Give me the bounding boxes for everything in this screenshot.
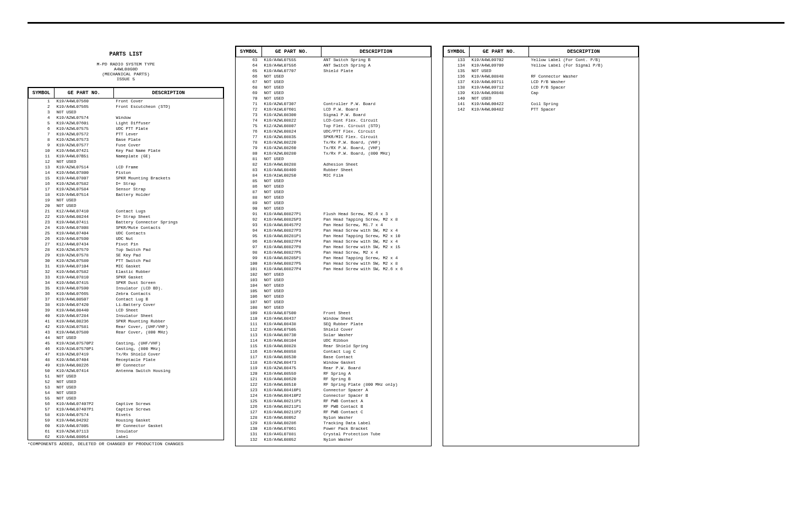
- table-row: 86NOT USED: [236, 184, 431, 189]
- cell-symbol: 46: [29, 346, 55, 352]
- table-row: 55NOT USED: [29, 396, 224, 401]
- cell-part: K19/A4WL08410P1: [262, 387, 321, 393]
- cell-desc: Connector Spacer B: [321, 393, 431, 398]
- cell-desc: Zebra Contacts: [114, 291, 224, 297]
- table-row: 26K19/A4WL07590UDC Nut: [29, 236, 224, 242]
- cell-symbol: 45: [29, 341, 55, 346]
- cell-desc: [321, 195, 431, 200]
- cell-symbol: 77: [236, 134, 262, 140]
- cell-part: K19/A4WL07800: [55, 170, 114, 176]
- table-row: 54NOT USED: [29, 390, 224, 396]
- cell-part: K19/A4WL09848: [470, 90, 529, 96]
- cell-desc: [321, 305, 431, 310]
- table-row: 135NOT USED: [444, 68, 639, 74]
- table-row: 51NOT USED: [29, 374, 224, 379]
- cell-desc: LCD Frame: [114, 165, 224, 170]
- cell-desc: [114, 198, 224, 203]
- table-row: 64K19/A4WL07556ANT Switch Spring A: [236, 63, 431, 68]
- cell-part: K19/A2WL08260: [262, 145, 321, 151]
- subtitle-3: (MECHANICAL PARTS): [33, 72, 219, 76]
- table-row: 117K19/A4WL08530Base Contact: [236, 354, 431, 360]
- table-row: 140NOT USED: [444, 96, 639, 101]
- cell-symbol: 112: [236, 327, 262, 332]
- cell-desc: [529, 96, 639, 101]
- cell-part: K19/A4WL07407P1: [55, 407, 114, 412]
- cell-part: K19/A4WL07565: [55, 104, 114, 110]
- cell-part: K19/A4WL08409: [262, 167, 321, 173]
- cell-part: K19/A4WL08510: [262, 382, 321, 387]
- table-row: 118K19/A2WL08473Window Gasket: [236, 360, 431, 365]
- cell-symbol: 72: [236, 107, 262, 112]
- table-row: 43K19/A4WL07580Rear Cover, (800 MHz): [29, 330, 224, 335]
- cell-desc: Nylon Washer: [321, 415, 431, 420]
- cell-desc: [529, 68, 639, 74]
- cell-symbol: 111: [236, 321, 262, 327]
- table-row: 5K19/A2WL07601Light Diffuser: [29, 121, 224, 126]
- cell-symbol: 49: [29, 363, 55, 368]
- table-row: 91K19/A4WL08827P1Flush Head Screw, M2.6 …: [236, 211, 431, 217]
- cell-part: K19/A2WL08822: [262, 118, 321, 123]
- cell-part: NOT USED: [262, 184, 321, 189]
- cell-desc: Tx/Rx Shield Cover: [114, 352, 224, 357]
- cell-symbol: 121: [236, 376, 262, 382]
- cell-desc: SPKR Mounting Rubber: [114, 319, 224, 324]
- cell-desc: Nameplate (GE): [114, 154, 224, 159]
- table-row: 88NOT USED: [236, 195, 431, 200]
- table-row: 23K19/A4WL07411Battery Connector Springs: [29, 220, 224, 225]
- cell-desc: [321, 178, 431, 184]
- cell-symbol: 18: [29, 192, 55, 198]
- cell-desc: [321, 96, 431, 101]
- cell-part: NOT USED: [55, 203, 114, 209]
- table-row: 111K19/A4WL08438SEQ Rubber Plate: [236, 321, 431, 327]
- table-row: 95K19/A4WL08281P1Pan Head Tapping Screw,…: [236, 233, 431, 239]
- cell-desc: RF Spring A: [321, 371, 431, 376]
- cell-symbol: 120: [236, 371, 262, 376]
- table-row: 16K19/A2WL07582D+ Strap: [29, 181, 224, 187]
- cell-part: NOT USED: [55, 159, 114, 165]
- cell-symbol: 114: [236, 338, 262, 343]
- footnote: *COMPONENTS ADDED, DELETED OR CHANGED BY…: [28, 441, 224, 446]
- table-row: 99K19/A4WL08285P1Pan Head Tapping Screw,…: [236, 255, 431, 261]
- cell-symbol: 55: [29, 396, 55, 401]
- cell-symbol: 29: [29, 253, 55, 258]
- cell-part: K19/A2WL08473: [262, 360, 321, 365]
- header-symbol: SYMBOL: [236, 47, 262, 57]
- cell-symbol: 36: [29, 291, 55, 297]
- cell-desc: Piston: [114, 170, 224, 176]
- cell-symbol: 126: [236, 404, 262, 409]
- cell-part: K12/A4WL07410: [55, 209, 114, 214]
- cell-part: K19/A1WL07570P1: [55, 346, 114, 352]
- table-row: 136K19/A4WL08848RF Connector Washer: [444, 74, 639, 79]
- cell-symbol: 103: [236, 277, 262, 283]
- cell-desc: Pan Head Tapping Screw, M2 x 10: [321, 233, 431, 239]
- table-row: 90NOT USED: [236, 206, 431, 211]
- cell-desc: Pan Head Screw with SW, M2 x 4: [321, 239, 431, 244]
- cell-desc: Housing Gasket: [114, 418, 224, 423]
- title: PARTS LIST: [33, 51, 219, 57]
- cell-part: K19/A4WL07808: [55, 225, 114, 231]
- cell-desc: Controller P.W. Board: [321, 101, 431, 107]
- cell-symbol: 61: [29, 429, 55, 434]
- cell-desc: Coil Spring: [529, 101, 639, 107]
- table-row: 81NOT USED: [236, 156, 431, 162]
- table-row: 59K19/A4WL04292Housing Gasket: [29, 418, 224, 423]
- cell-desc: PTT Lever: [114, 132, 224, 137]
- cell-desc: Shield Plate: [321, 68, 431, 74]
- table-row: 79K19/A2WL08260Tx/RX P.W. Board, (VHF): [236, 145, 431, 151]
- cell-desc: UDC Ribbon: [321, 338, 431, 343]
- cell-desc: Rear Cover, (800 MHz): [114, 330, 224, 335]
- cell-desc: Fuse Cover: [114, 143, 224, 148]
- cell-symbol: 74: [236, 118, 262, 123]
- cell-part: K19/A4WL08281P1: [262, 233, 321, 239]
- cell-desc: [321, 156, 431, 162]
- cell-symbol: 8: [29, 137, 55, 143]
- cell-part: K19/A4WL08288: [262, 162, 321, 167]
- table-row: 20NOT USED: [29, 203, 224, 209]
- cell-desc: RF Spring B: [321, 376, 431, 382]
- cell-symbol: 86: [236, 184, 262, 189]
- table-row: 76K19/A2WL08824UDC/PTT Flex. Circuit: [236, 129, 431, 134]
- cell-desc: [114, 110, 224, 115]
- cell-desc: Front Sheet: [321, 310, 431, 316]
- cell-symbol: 139: [444, 90, 470, 96]
- cell-desc: Window Gasket: [321, 360, 431, 365]
